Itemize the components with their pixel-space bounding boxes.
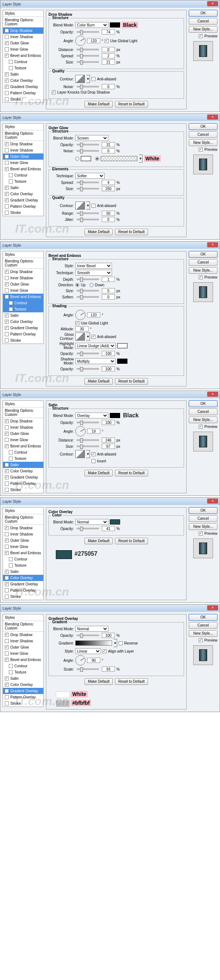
style-row-contour[interactable]: Contour: [3, 449, 43, 455]
blending-options[interactable]: Blending Options: Custom: [3, 621, 43, 632]
checkbox[interactable]: [5, 425, 9, 430]
style-row-pattern_overlay[interactable]: Pattern Overlay: [3, 587, 43, 593]
style-row-drop_shadow[interactable]: Drop Shadow: [3, 418, 43, 424]
checkbox[interactable]: [5, 313, 9, 318]
value-input[interactable]: 1: [102, 277, 115, 282]
style-row-bevel_emboss[interactable]: Bevel and Emboss: [3, 52, 43, 59]
style-row-outer_glow[interactable]: Outer Glow: [3, 153, 43, 160]
titlebar[interactable]: Layer Style ×: [0, 0, 220, 8]
checkbox[interactable]: [5, 41, 9, 45]
technique-select[interactable]: Softer: [75, 173, 105, 179]
checkbox[interactable]: [9, 301, 13, 305]
checkbox[interactable]: [5, 282, 9, 286]
checkbox[interactable]: [5, 438, 9, 442]
value-input[interactable]: 246: [102, 438, 115, 443]
style-row-contour[interactable]: Contour: [3, 59, 43, 65]
new-style-button[interactable]: New Style...: [189, 417, 217, 423]
value-input[interactable]: 2: [102, 53, 115, 58]
value-input[interactable]: 31: [102, 142, 115, 147]
styles-header[interactable]: Styles: [3, 401, 43, 407]
style-row-stroke[interactable]: Stroke: [3, 487, 43, 493]
close-icon[interactable]: ×: [207, 242, 218, 247]
checkbox[interactable]: [5, 526, 9, 530]
style-row-stroke[interactable]: Stroke: [3, 700, 43, 706]
style-row-stroke[interactable]: Stroke: [3, 210, 43, 216]
invert-checkbox[interactable]: [91, 459, 96, 463]
color-swatch[interactable]: [110, 22, 120, 27]
highlight-mode-select[interactable]: Linear Dodge (Add): [75, 343, 116, 349]
global-light-checkbox[interactable]: [105, 39, 109, 43]
value-input[interactable]: 5: [102, 288, 115, 293]
blend-mode-select[interactable]: Normal: [75, 519, 108, 525]
slider[interactable]: [77, 49, 99, 50]
style-row-texture[interactable]: Texture: [3, 306, 43, 312]
slider[interactable]: [77, 668, 99, 670]
checkbox[interactable]: [5, 475, 9, 479]
checkbox[interactable]: [5, 488, 9, 492]
checkbox[interactable]: [5, 432, 9, 436]
checkbox[interactable]: [5, 167, 9, 171]
titlebar[interactable]: Layer Style ×: [0, 605, 220, 612]
checkbox[interactable]: [5, 72, 9, 76]
style-row-texture[interactable]: Texture: [3, 562, 43, 568]
checkbox[interactable]: [5, 658, 9, 662]
new-style-button[interactable]: New Style...: [189, 26, 217, 33]
style-row-pattern_overlay[interactable]: Pattern Overlay: [3, 480, 43, 487]
make-default-button[interactable]: Make Default: [84, 538, 113, 544]
style-row-contour[interactable]: Contour: [3, 300, 43, 306]
value-input[interactable]: 41: [102, 526, 115, 531]
close-icon[interactable]: ×: [207, 605, 218, 610]
style-row-texture[interactable]: Texture: [3, 455, 43, 462]
style-row-pattern_overlay[interactable]: Pattern Overlay: [3, 90, 43, 96]
global-light-checkbox[interactable]: [75, 321, 79, 325]
chevron-down-icon[interactable]: ▾: [113, 639, 117, 647]
gradient-picker[interactable]: [100, 156, 137, 161]
grad-style-select[interactable]: Linear: [75, 648, 101, 654]
style-row-gradient_overlay[interactable]: Gradient Overlay: [3, 84, 43, 90]
preview-checkbox[interactable]: [199, 148, 203, 151]
angle-input[interactable]: 19: [87, 429, 100, 434]
checkbox[interactable]: [5, 419, 9, 423]
slider[interactable]: [77, 219, 99, 220]
color-swatch[interactable]: [110, 519, 120, 525]
slider[interactable]: [77, 31, 99, 33]
value-input[interactable]: 21: [102, 59, 115, 65]
checkbox[interactable]: [5, 85, 9, 89]
style-row-gradient_overlay[interactable]: Gradient Overlay: [3, 581, 43, 587]
value-input[interactable]: 0: [102, 217, 115, 222]
style-row-gradient_overlay[interactable]: Gradient Overlay: [3, 197, 43, 203]
gradient-picker[interactable]: [75, 641, 112, 646]
style-row-gradient_overlay[interactable]: Gradient Overlay: [3, 688, 43, 694]
make-default-button[interactable]: Make Default: [84, 229, 113, 235]
checkbox[interactable]: [9, 457, 13, 461]
checkbox[interactable]: [5, 576, 9, 580]
style-row-outer_glow[interactable]: Outer Glow: [3, 40, 43, 46]
style-row-inner_glow[interactable]: Inner Glow: [3, 437, 43, 443]
checkbox[interactable]: [9, 450, 13, 454]
style-row-bevel_emboss[interactable]: Bevel and Emboss: [3, 550, 43, 556]
style-row-contour[interactable]: Contour: [3, 172, 43, 178]
slider[interactable]: [77, 439, 99, 441]
style-row-inner_glow[interactable]: Inner Glow: [3, 544, 43, 550]
checkbox[interactable]: [5, 683, 9, 687]
shadow-mode-select[interactable]: Multiply: [75, 358, 116, 364]
angle-dial[interactable]: [75, 655, 86, 665]
make-default-button[interactable]: Make Default: [84, 378, 113, 385]
contour-picker[interactable]: [75, 75, 85, 83]
style-row-texture[interactable]: Texture: [3, 178, 43, 185]
close-icon[interactable]: ×: [207, 115, 218, 120]
preview-checkbox[interactable]: [199, 275, 203, 279]
style-row-drop_shadow[interactable]: Drop Shadow: [3, 27, 43, 34]
checkbox[interactable]: [5, 78, 9, 83]
slider[interactable]: [77, 290, 99, 291]
make-default-button[interactable]: Make Default: [84, 101, 113, 108]
style-row-inner_glow[interactable]: Inner Glow: [3, 651, 43, 657]
chevron-down-icon[interactable]: ▾: [139, 154, 142, 162]
checkbox[interactable]: [5, 463, 9, 467]
checkbox[interactable]: [5, 545, 9, 549]
checkbox[interactable]: [5, 538, 9, 542]
blending-options[interactable]: Blending Options: Custom: [3, 407, 43, 418]
style-row-pattern_overlay[interactable]: Pattern Overlay: [3, 694, 43, 700]
reset-default-button[interactable]: Reset to Default: [115, 538, 148, 544]
reverse-checkbox[interactable]: [119, 641, 123, 645]
